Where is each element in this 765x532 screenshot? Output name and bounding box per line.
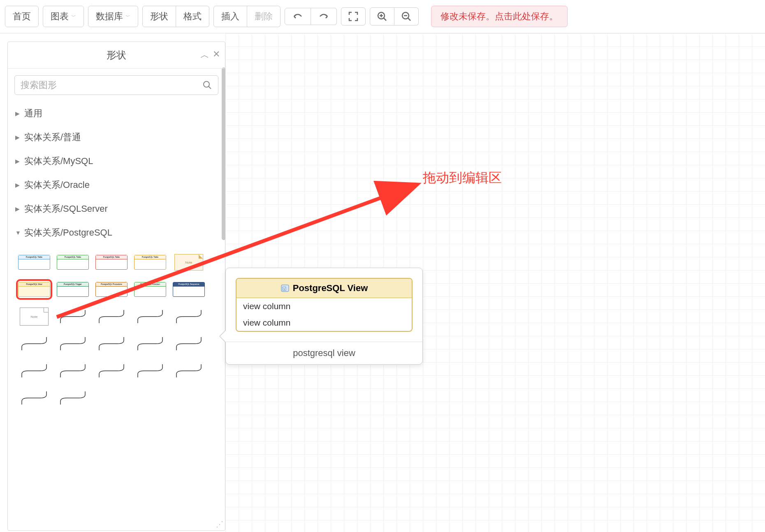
undo-button[interactable] bbox=[285, 8, 311, 25]
main-area: 形状 ︿ ✕ ▶通用 ▶实体关系/普通 ▶实体关系/MySQL ▶实体关系/Or… bbox=[0, 33, 765, 532]
collapse-icon[interactable]: ︿ bbox=[200, 49, 209, 61]
shape-search-box[interactable] bbox=[14, 75, 218, 95]
category-er-mysql[interactable]: ▶实体关系/MySQL bbox=[8, 149, 225, 173]
pg-view-header: V PostgreSQL View bbox=[236, 279, 412, 298]
shape-relation-6[interactable] bbox=[55, 333, 91, 354]
shape-pg-sequence[interactable]: PostgreSQL Sequence bbox=[171, 279, 207, 300]
search-icon bbox=[202, 80, 212, 90]
category-er-postgresql[interactable]: ▼实体关系/PostgreSQL bbox=[8, 221, 225, 245]
view-icon: V bbox=[280, 284, 290, 293]
delete-button[interactable]: 删除 bbox=[247, 6, 280, 27]
undo-icon bbox=[292, 12, 304, 21]
chevron-down-icon: ﹀ bbox=[71, 13, 76, 20]
category-er-sqlserver[interactable]: ▶实体关系/SQLServer bbox=[8, 197, 225, 221]
shapes-sidebar: 形状 ︿ ✕ ▶通用 ▶实体关系/普通 ▶实体关系/MySQL ▶实体关系/Or… bbox=[7, 42, 225, 531]
shape-relation-1[interactable] bbox=[55, 306, 91, 327]
chart-label: 图表 bbox=[51, 10, 69, 23]
shape-relation-9[interactable] bbox=[171, 333, 207, 354]
chart-dropdown[interactable]: 图表 ﹀ bbox=[43, 6, 84, 27]
database-label: 数据库 bbox=[96, 10, 123, 23]
caret-right-icon: ▶ bbox=[15, 134, 21, 141]
shape-pg-procedure[interactable]: PostgreSQL Procedure bbox=[93, 279, 130, 300]
category-er-normal[interactable]: ▶实体关系/普通 bbox=[8, 125, 225, 149]
zoom-group bbox=[370, 7, 419, 25]
shape-relation-15[interactable] bbox=[16, 388, 52, 408]
shape-palette-grid: PostgreSQL Table PostgreSQL Table Postgr… bbox=[8, 245, 225, 416]
fullscreen-button[interactable] bbox=[341, 7, 366, 25]
category-label: 实体关系/SQLServer bbox=[24, 203, 108, 215]
format-button[interactable]: 格式 bbox=[176, 6, 209, 27]
chevron-down-icon: ﹀ bbox=[125, 13, 130, 20]
fullscreen-icon bbox=[348, 11, 359, 22]
shape-pg-table-red[interactable]: PostgreSQL Table bbox=[93, 252, 130, 273]
shape-pg-table-green[interactable]: PostgreSQL Table bbox=[55, 252, 91, 273]
category-label: 实体关系/MySQL bbox=[24, 155, 93, 167]
pg-view-column: view column bbox=[236, 315, 412, 331]
shape-preview-popover: V PostgreSQL View view column view colum… bbox=[225, 268, 423, 365]
shape-pg-table-blue[interactable]: PostgreSQL Table bbox=[16, 252, 52, 273]
pg-view-title: PostgreSQL View bbox=[293, 283, 368, 294]
caret-right-icon: ▶ bbox=[15, 158, 21, 164]
annotation-label: 拖动到编辑区 bbox=[423, 169, 502, 187]
shape-relation-13[interactable] bbox=[132, 361, 168, 381]
zoom-in-icon bbox=[377, 11, 387, 22]
shape-relation-4[interactable] bbox=[171, 306, 207, 327]
shape-relation-10[interactable] bbox=[16, 361, 52, 381]
category-er-oracle[interactable]: ▶实体关系/Oracle bbox=[8, 173, 225, 197]
resize-handle-icon[interactable]: ⋰ bbox=[216, 520, 223, 529]
caret-right-icon: ▶ bbox=[15, 110, 21, 117]
category-label: 通用 bbox=[24, 107, 42, 120]
redo-icon bbox=[318, 12, 330, 21]
svg-point-7 bbox=[204, 81, 209, 87]
caret-right-icon: ▶ bbox=[15, 182, 21, 188]
shape-pg-table-orange[interactable]: PostgreSQL Table bbox=[132, 252, 168, 273]
unsaved-changes-banner[interactable]: 修改未保存。点击此处保存。 bbox=[431, 6, 568, 27]
shape-relation-2[interactable] bbox=[93, 306, 130, 327]
shape-relation-5[interactable] bbox=[16, 333, 52, 354]
category-label: 实体关系/Oracle bbox=[24, 179, 90, 191]
category-label: 实体关系/PostgreSQL bbox=[24, 227, 112, 239]
main-toolbar: 首页 图表 ﹀ 数据库 ﹀ 形状 格式 插入 删除 修改未保存。点击此处保存。 bbox=[0, 0, 765, 33]
shapes-panel-title: 形状 bbox=[12, 49, 221, 62]
shape-relation-8[interactable] bbox=[132, 333, 168, 354]
shape-relation-7[interactable] bbox=[93, 333, 130, 354]
shape-pg-function[interactable]: PostgreSQL Function bbox=[132, 279, 168, 300]
shape-note[interactable]: Note bbox=[171, 252, 207, 273]
pg-view-column: view column bbox=[236, 298, 412, 315]
shape-relation-3[interactable] bbox=[132, 306, 168, 327]
shape-format-group: 形状 格式 bbox=[142, 6, 209, 27]
shapes-panel-header: 形状 ︿ ✕ bbox=[8, 42, 225, 69]
shape-relation-14[interactable] bbox=[171, 361, 207, 381]
shape-button[interactable]: 形状 bbox=[142, 6, 176, 27]
undo-redo-group bbox=[285, 8, 337, 25]
category-label: 实体关系/普通 bbox=[24, 131, 81, 143]
zoom-out-button[interactable] bbox=[394, 7, 419, 25]
shape-search-input[interactable] bbox=[21, 80, 202, 90]
home-button[interactable]: 首页 bbox=[5, 6, 39, 27]
editor-canvas[interactable]: V PostgreSQL View view column view colum… bbox=[225, 33, 765, 532]
pg-view-preview: V PostgreSQL View view column view colum… bbox=[236, 278, 413, 332]
zoom-out-icon bbox=[401, 11, 412, 22]
shape-relation-12[interactable] bbox=[93, 361, 130, 381]
shape-pg-view[interactable]: PostgreSQL View bbox=[16, 279, 52, 300]
shape-pg-trigger[interactable]: PostgreSQL Trigger bbox=[55, 279, 91, 300]
category-general[interactable]: ▶通用 bbox=[8, 102, 225, 125]
svg-line-5 bbox=[408, 18, 410, 21]
insert-button[interactable]: 插入 bbox=[213, 6, 247, 27]
database-dropdown[interactable]: 数据库 ﹀ bbox=[88, 6, 138, 27]
zoom-in-button[interactable] bbox=[370, 7, 394, 25]
shape-relation-16[interactable] bbox=[55, 388, 91, 408]
caret-right-icon: ▶ bbox=[15, 206, 21, 212]
insert-delete-group: 插入 删除 bbox=[213, 6, 280, 27]
svg-text:V: V bbox=[283, 287, 285, 291]
preview-caption: postgresql view bbox=[226, 342, 422, 364]
close-icon[interactable]: ✕ bbox=[213, 49, 220, 61]
shape-note-outline[interactable]: Note bbox=[16, 306, 52, 327]
svg-line-8 bbox=[209, 86, 211, 89]
shape-relation-11[interactable] bbox=[55, 361, 91, 381]
redo-button[interactable] bbox=[311, 8, 337, 25]
caret-down-icon: ▼ bbox=[15, 229, 21, 236]
svg-line-1 bbox=[384, 18, 386, 21]
